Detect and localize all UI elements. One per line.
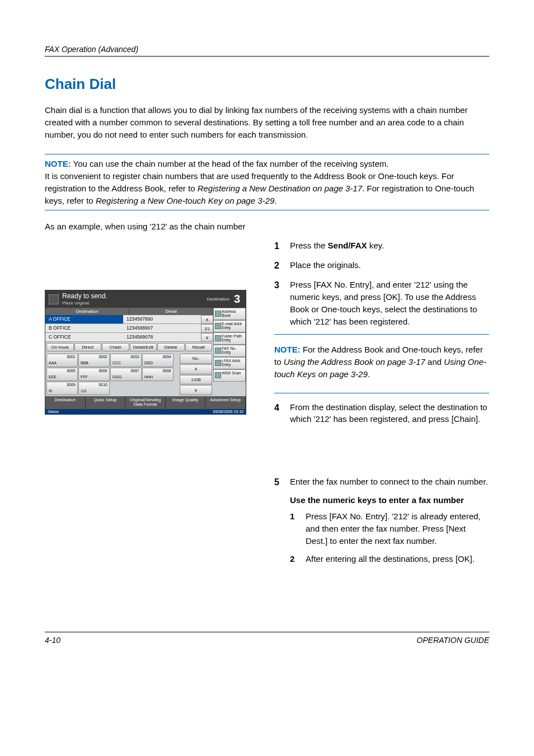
chain-button[interactable]: Chain (102, 343, 129, 351)
onetouch-key[interactable]: 0004DDD (142, 354, 174, 367)
ifax-addr-entry-button[interactable]: i-FAX Addr Entry (213, 357, 246, 369)
tab-original-sending[interactable]: Original/Sending Data Format (125, 396, 166, 409)
scroll-down-button[interactable]: ∨ (201, 333, 213, 342)
step-1: 1 Press the Send/FAX key. (274, 240, 489, 252)
note1-ref1: Registering a New Destination on page 3-… (198, 184, 362, 193)
number-button[interactable]: No. (180, 354, 212, 364)
footer-guide-label: OPERATION GUIDE (416, 636, 489, 645)
key-scroll-down[interactable]: ∨ (180, 385, 212, 395)
page-footer: 4-10 OPERATION GUIDE (45, 632, 489, 645)
wsd-scan-button[interactable]: WSD Scan (213, 369, 246, 382)
list-item[interactable]: A OFFICE 1234567890 (45, 315, 201, 324)
tab-image-quality[interactable]: Image Quality (166, 396, 206, 409)
step-4: 4 From the destination display, select t… (274, 401, 489, 426)
note-block-1: NOTE: You can use the chain number at th… (45, 154, 489, 210)
key-scroll-up[interactable]: ∧ (180, 364, 212, 374)
onetouch-key[interactable]: 0010JJJ (78, 382, 110, 395)
panel-subtitle: Place original. (62, 300, 207, 306)
detail-edit-button[interactable]: Detail/Edit (130, 343, 157, 351)
note1-ref2: Registering a New One-touch Key on page … (96, 196, 274, 205)
step-3: 3 Press [FAX No. Entry], and enter '212'… (274, 279, 489, 327)
panel-title: Ready to send. (62, 293, 207, 300)
onetouch-key[interactable]: 0008HHH (142, 368, 174, 381)
note-label: NOTE: (274, 345, 301, 354)
step-2: 2 Place the originals. (274, 259, 489, 272)
list-item[interactable]: B OFFICE 1234568907 (45, 324, 201, 333)
address-book-button[interactable]: Address Book (213, 308, 246, 320)
page-title: Chain Dial (45, 76, 489, 93)
onetouch-key[interactable]: 0001AAA (46, 354, 78, 367)
substep-1: 1 Press [FAX No. Entry]. '212' is alread… (290, 510, 489, 547)
sub-heading: Use the numeric keys to enter a fax numb… (290, 495, 489, 505)
substep-2: 2 After entering all the destinations, p… (290, 553, 489, 565)
col-header-detail: Detail (129, 308, 213, 315)
dest-detail: 1234568907 (123, 324, 201, 332)
device-screenshot: Ready to send. Place original. Destinati… (45, 290, 246, 415)
onetouch-key[interactable]: 0009III (46, 382, 78, 395)
status-label: Status (48, 410, 59, 414)
dest-count-value: 3 (232, 293, 242, 306)
note-label: NOTE: (45, 159, 71, 168)
divider (274, 334, 489, 335)
col-header-destination: Destination (45, 308, 129, 315)
dest-name: B OFFICE (45, 324, 123, 332)
dest-name: A OFFICE (45, 315, 123, 323)
intro-paragraph: Chain dial is a function that allows you… (45, 104, 489, 140)
folder-path-entry-button[interactable]: Folder Path Entry (213, 332, 246, 345)
dest-name: C OFFICE (45, 333, 123, 341)
page-number: 4-10 (45, 636, 60, 645)
onetouch-key[interactable]: 0002BBB (78, 354, 110, 367)
onetouch-key[interactable]: 0007GGG (110, 368, 142, 381)
onetouch-key[interactable]: 0005EEE (46, 368, 78, 381)
dest-count-label: Destination (207, 297, 229, 302)
dest-detail: 1234567890 (123, 315, 201, 323)
scroll-page-indicator: 1/1 (201, 324, 213, 333)
onetouch-key[interactable]: 0006FFF (78, 368, 110, 381)
direct-button[interactable]: Direct (74, 343, 102, 351)
example-line: As an example, when using '212' as the c… (45, 220, 489, 233)
note-block-2: NOTE: For the Address Book and One-touch… (274, 340, 489, 383)
scroll-up-button[interactable]: ∧ (201, 315, 213, 324)
divider (274, 393, 489, 393)
recall-button[interactable]: Recall (185, 343, 213, 351)
onetouch-key[interactable]: 0003CCC (110, 354, 142, 367)
key-page-indicator: 1/100 (180, 375, 212, 385)
dest-detail: 1234569078 (123, 333, 201, 341)
note1-line2c: . (274, 196, 277, 205)
list-item[interactable]: C OFFICE 1234569078 (45, 333, 201, 342)
step-5: 5 Enter the fax number to connect to the… (274, 476, 489, 489)
status-datetime: 08/08/2009 10:10 (213, 410, 244, 414)
page-header: FAX Operation (Advanced) (45, 45, 489, 57)
tab-quick-setup[interactable]: Quick Setup (86, 396, 126, 409)
tab-advanced-setup[interactable]: Advanced Setup (205, 396, 246, 409)
on-hook-button[interactable]: On Hook (46, 343, 74, 351)
fax-no-entry-button[interactable]: FAX No. Entry (213, 345, 246, 357)
divider (45, 210, 489, 210)
tab-destination[interactable]: Destination (45, 396, 86, 409)
note1-line1: You can use the chain number at the head… (73, 159, 389, 168)
email-addr-entry-button[interactable]: E-mail Addr Entry (213, 320, 246, 332)
send-icon (49, 294, 59, 304)
delete-button[interactable]: Delete (157, 343, 185, 351)
